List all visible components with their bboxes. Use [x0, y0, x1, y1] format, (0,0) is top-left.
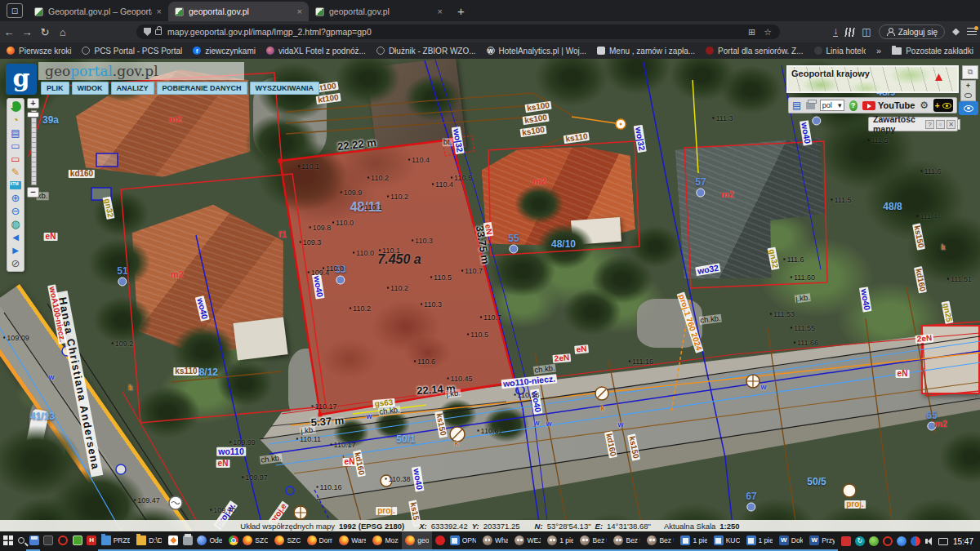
history-tool[interactable]: ◔: [9, 113, 22, 126]
panel-close-button[interactable]: ✕: [947, 120, 956, 129]
bookmark-item-6[interactable]: WHotelAnalytics.pl | Woj...: [487, 47, 586, 56]
network-tray-icon[interactable]: [938, 538, 948, 545]
minimap-side-panel[interactable]: ⧉: [962, 65, 978, 79]
taskbar-record[interactable]: [432, 531, 447, 551]
gear-icon[interactable]: ⚙: [920, 100, 929, 111]
taskbar-task-firefox[interactable]: Wars...: [336, 531, 369, 551]
taskbar-task-firefox[interactable]: Mozi...: [369, 531, 402, 551]
tray-sync-tray-icon[interactable]: [855, 536, 865, 546]
taskbar-start[interactable]: [0, 531, 15, 551]
info-tool[interactable]: i: [9, 100, 22, 113]
login-button[interactable]: Zaloguj się: [879, 24, 945, 39]
bookmark-item-8[interactable]: Portal dla seniorów. Z...: [706, 47, 804, 56]
taskbar-task-firefox[interactable]: SZC...: [239, 531, 271, 551]
language-select[interactable]: pol▾: [820, 100, 844, 111]
taskbar-task-folder-yellow[interactable]: D:\D...: [133, 531, 165, 551]
menu-item-analizy[interactable]: ANALIZY: [111, 82, 154, 95]
taskbar-red-h[interactable]: [83, 531, 98, 551]
url-text[interactable]: mapy.geoportal.gov.pl/imap/Imgp_2.html?g…: [167, 27, 372, 37]
address-bar[interactable]: mapy.geoportal.gov.pl/imap/Imgp_2.html?g…: [136, 24, 780, 39]
taskbar-task-paint-blue[interactable]: 1 pie...: [677, 531, 710, 551]
draw-measure-tool[interactable]: ✎: [9, 166, 22, 178]
home-icon[interactable]: ⌂: [54, 26, 72, 38]
clear-selection-tool[interactable]: ⊘: [9, 257, 22, 269]
panel-restore-button[interactable]: ▫: [936, 120, 945, 129]
tray-multi-tray-icon[interactable]: [911, 536, 920, 546]
bookmark-item-5[interactable]: Dłużnik - ZBIÓR WZO...: [376, 47, 476, 56]
previous-view-tool[interactable]: ◀: [9, 231, 22, 243]
taskbar-chrome[interactable]: [225, 531, 240, 551]
browser-tab-3[interactable]: geoportal.gov.pl×: [309, 2, 449, 21]
visibility-eye-button[interactable]: [959, 101, 978, 115]
contrast-toggle[interactable]: +: [933, 99, 953, 112]
browser-menu-icon[interactable]: [967, 28, 977, 36]
taskbar-task-blue-ball[interactable]: Ode...: [194, 531, 225, 551]
extension-icon[interactable]: [952, 29, 960, 36]
full-extent-tool[interactable]: ◍: [9, 218, 22, 230]
youtube-button[interactable]: YouTube: [862, 100, 915, 110]
tray-red-tray-icon[interactable]: [841, 536, 851, 546]
taskbar-task-firefox[interactable]: geo...: [402, 531, 432, 551]
taskbar-task-gimp[interactable]: Bez t...: [577, 531, 610, 551]
taskbar-clock[interactable]: 15:47: [953, 537, 980, 546]
menu-item-pobieranie-danych[interactable]: POBIERANIE DANYCH: [157, 82, 247, 95]
split-screen-icon[interactable]: ◫: [862, 26, 871, 38]
downloads-icon[interactable]: ↓: [833, 27, 838, 37]
favorite-star-icon[interactable]: ☆: [764, 27, 772, 38]
taskbar-opera[interactable]: [55, 531, 69, 551]
taskbar-task-paint-blue[interactable]: 1 pie...: [743, 531, 776, 551]
zoom-slider-handle[interactable]: [27, 112, 39, 118]
tab-close-icon[interactable]: ×: [438, 7, 443, 16]
zoom-in-button[interactable]: +: [27, 98, 39, 109]
visibility-widget[interactable]: +: [960, 80, 976, 101]
help-button[interactable]: ?: [849, 100, 858, 111]
map-contents-panel[interactable]: Zawartość mapy ? ▫ ✕: [868, 117, 958, 131]
bookmarks-overflow-icon[interactable]: »: [876, 46, 881, 56]
menu-item-wyszukiwania[interactable]: WYSZUKIWANIA: [250, 82, 320, 95]
taskbar-green-app[interactable]: [69, 531, 84, 551]
tracking-shield-icon[interactable]: [144, 28, 151, 36]
overview-minimap[interactable]: Geoportal krajowy: [786, 65, 959, 93]
taskbar-task-gimp[interactable]: WEJ...: [511, 531, 544, 551]
layers-list-icon[interactable]: ▤: [792, 100, 801, 111]
taskbar-task-gimp[interactable]: Wha...: [479, 531, 511, 551]
bookmark-item-3[interactable]: fziewczynkami: [193, 47, 256, 56]
lock-icon[interactable]: [155, 29, 162, 35]
menu-item-plik[interactable]: PLIK: [41, 82, 69, 95]
taskbar-task-folder-blue[interactable]: PRZE...: [98, 531, 134, 551]
other-bookmarks-button[interactable]: Pozostałe zakładki: [892, 47, 973, 56]
taskbar-task-gimp[interactable]: Bez t...: [610, 531, 644, 551]
taskbar-search[interactable]: [15, 531, 26, 551]
collections-icon[interactable]: [845, 28, 856, 37]
taskbar-task-firefox[interactable]: Dom...: [304, 531, 336, 551]
geoportal-logo[interactable]: g: [6, 64, 37, 95]
bookmark-item-9[interactable]: Linia hotelowa Room ...: [814, 47, 866, 56]
new-tab-button[interactable]: +: [457, 4, 465, 18]
taskbar-printer[interactable]: [180, 531, 194, 551]
attribute-table-tool[interactable]: ▤: [9, 127, 22, 139]
back-icon[interactable]: ←: [0, 26, 18, 38]
browser-tab-1[interactable]: Geoportal.gov.pl – Geoportal In×: [28, 2, 168, 21]
tray-blue-tray-icon[interactable]: [897, 536, 906, 546]
map-canvas[interactable]: Hansa Christiana Andersena22.22 m33.75 m…: [0, 59, 980, 531]
taskbar-task-firefox[interactable]: SZC...: [271, 531, 303, 551]
zoom-out-button[interactable]: −: [27, 187, 39, 198]
save-to-collection-icon[interactable]: ⊞: [748, 27, 755, 38]
print-icon[interactable]: [806, 102, 814, 109]
taskbar-task-gimp[interactable]: Bez t...: [644, 531, 677, 551]
taskbar-console[interactable]: [40, 531, 55, 551]
next-view-tool[interactable]: ▶: [9, 244, 22, 256]
zoom-out-tool[interactable]: ⊖: [9, 205, 22, 217]
bookmark-item-4[interactable]: vidaXL Fotel z podnóż...: [266, 47, 366, 56]
reload-icon[interactable]: ↻: [36, 26, 54, 38]
bookmark-item-1[interactable]: Pierwsze kroki: [7, 47, 71, 56]
tab-close-icon[interactable]: ×: [297, 7, 302, 16]
panel-help-button[interactable]: ?: [925, 120, 934, 129]
opera-tray-icon[interactable]: [883, 536, 893, 546]
taskbar-task-word[interactable]: Dok...: [776, 531, 807, 551]
bookmark-item-2[interactable]: PCS Portal - PCS Portal: [82, 47, 182, 56]
taskbar-task-paint-blue[interactable]: OPN...: [447, 531, 479, 551]
menu-item-widok[interactable]: WIDOK: [72, 82, 109, 95]
taskbar-floppy[interactable]: [26, 531, 41, 551]
taskbar-task-word[interactable]: Przy...: [806, 531, 838, 551]
